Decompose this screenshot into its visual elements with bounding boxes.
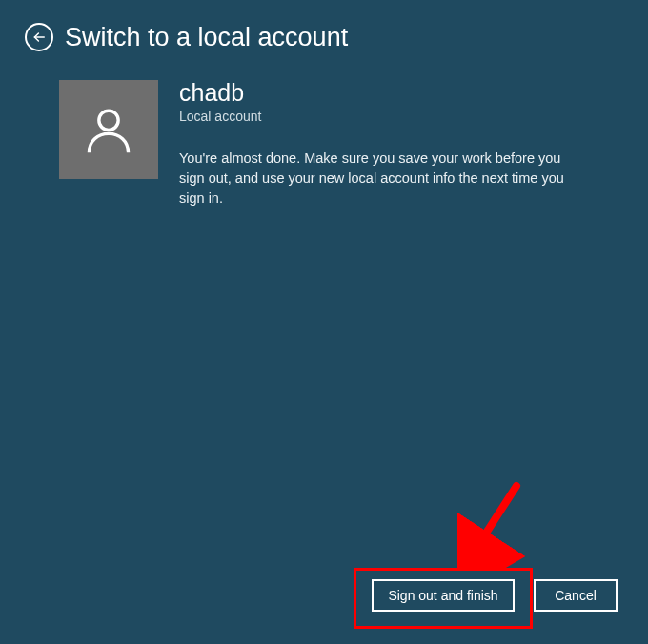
- svg-line-3: [475, 486, 516, 551]
- annotation-arrow-icon: [457, 474, 534, 570]
- user-icon: [81, 102, 136, 157]
- username: chadb: [179, 80, 589, 107]
- sign-out-finish-button[interactable]: Sign out and finish: [372, 579, 515, 612]
- page-title: Switch to a local account: [65, 25, 348, 50]
- back-button[interactable]: [25, 23, 53, 51]
- avatar: [59, 80, 158, 179]
- cancel-button[interactable]: Cancel: [534, 579, 618, 612]
- back-arrow-icon: [32, 30, 46, 44]
- svg-point-1: [99, 111, 118, 130]
- description-text: You're almost done. Make sure you save y…: [179, 149, 589, 209]
- account-type-label: Local account: [179, 109, 589, 124]
